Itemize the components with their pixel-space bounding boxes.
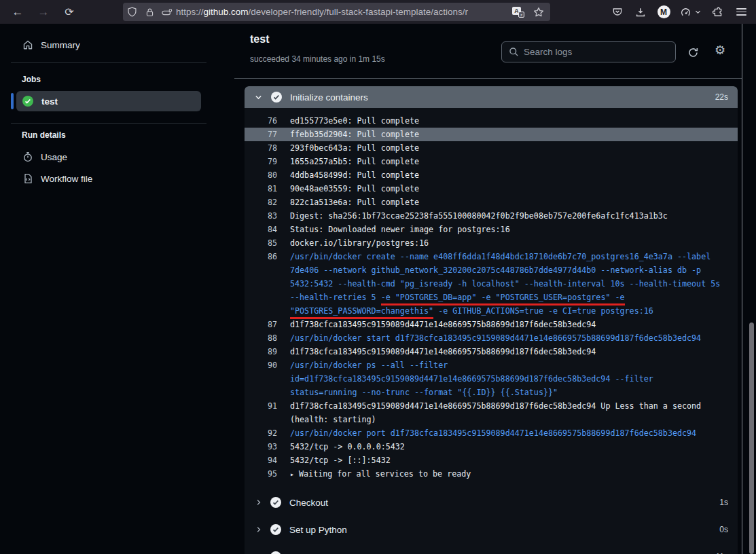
home-icon xyxy=(22,39,33,50)
log-line: 84Status: Downloaded newer image for pos… xyxy=(245,223,738,236)
log-line-text: 5432/tcp -> [::]:5432 xyxy=(290,456,391,465)
panel-scrollbar-track xyxy=(742,24,742,554)
step-label: Checkout xyxy=(289,498,328,508)
log-settings-gear-icon[interactable]: ⚙ xyxy=(713,43,727,57)
log-line-number[interactable]: 86 xyxy=(245,250,277,263)
log-panel: Initialize containers 22s 76ed155773e5e0… xyxy=(245,86,738,554)
log-line-text: d1f738cfca183495c9159089d4471e14e8669575… xyxy=(290,401,701,411)
log-line: status=running --no-trunc --format "{{.I… xyxy=(245,386,738,399)
log-line: 90/usr/bin/docker ps --all --filter xyxy=(245,358,738,372)
log-line-number[interactable]: 85 xyxy=(245,236,277,250)
check-circle-icon xyxy=(270,551,281,554)
shield-icon[interactable] xyxy=(123,3,141,21)
bookmark-star-icon[interactable] xyxy=(530,3,547,21)
url-text: https://github.com/developer-friendly/fu… xyxy=(176,7,512,17)
sidebar-workflow-file-label: Workflow file xyxy=(41,174,92,184)
sidebar-item-usage[interactable]: Usage xyxy=(22,151,67,162)
log-line-number[interactable]: 84 xyxy=(245,223,277,236)
translate-icon[interactable]: A z xyxy=(512,7,524,18)
log-line: 791655a257a5b5: Pull complete xyxy=(245,155,738,168)
log-group-toggle-icon[interactable]: ▸ xyxy=(290,470,294,478)
check-circle-icon xyxy=(271,92,282,103)
log-line-text: 5432/tcp -> 0.0.0.0:5432 xyxy=(290,442,405,451)
extensions-icon[interactable] xyxy=(708,3,727,22)
log-line-text: --health-retries 5 -e "POSTGRES_DB=app" … xyxy=(290,293,625,302)
log-line-number[interactable]: 82 xyxy=(245,196,277,209)
log-line-text: (health: starting) xyxy=(290,415,376,424)
log-line-text: Status: Downloaded newer image for postg… xyxy=(290,225,510,234)
vpn-gauge-icon[interactable] xyxy=(677,3,704,22)
log-line-number[interactable]: 90 xyxy=(245,358,277,372)
menu-icon[interactable] xyxy=(732,3,751,22)
search-icon xyxy=(509,47,519,57)
log-line: "POSTGRES_PASSWORD=changethis" -e GITHUB… xyxy=(245,304,738,318)
log-line-text: 4ddba458499d: Pull complete xyxy=(290,170,419,180)
log-line-text: 5432:5432 --health-cmd "pg_isready -h lo… xyxy=(290,279,720,289)
reload-button[interactable]: ⟳ xyxy=(60,3,79,22)
log-line: 804ddba458499d: Pull complete xyxy=(245,168,738,182)
step-row-checkout[interactable]: Checkout1s xyxy=(245,492,738,513)
log-line-number[interactable]: 77 xyxy=(245,128,277,141)
log-line: 77ffebb35d2904: Pull complete xyxy=(245,128,738,141)
log-line-number[interactable]: 81 xyxy=(245,182,277,196)
chevron-right-icon xyxy=(255,498,263,506)
step-label: Set up Python xyxy=(289,525,347,535)
log-line-number[interactable]: 79 xyxy=(245,155,277,168)
log-line: 935432/tcp -> 0.0.0.0:5432 xyxy=(245,440,738,454)
sidebar-summary-label: Summary xyxy=(41,40,80,50)
log-line-text: Digest: sha256:1bf73ccae25238fa555100080… xyxy=(290,211,668,221)
back-button[interactable]: ← xyxy=(8,3,27,22)
search-logs-box xyxy=(501,41,676,62)
log-line: id=d1f738cfca183495c9159089d4471e14e8669… xyxy=(245,372,738,386)
search-logs-input[interactable] xyxy=(524,47,653,57)
sidebar-usage-label: Usage xyxy=(41,152,67,162)
browser-toolbar: ← → ⟳ https://github.com/developer-frien… xyxy=(0,0,756,24)
check-circle-icon xyxy=(270,497,281,508)
download-icon[interactable] xyxy=(631,3,650,22)
log-line-number[interactable]: 91 xyxy=(245,399,277,413)
log-line-text: "POSTGRES_PASSWORD=changethis" -e GITHUB… xyxy=(290,306,653,316)
step-label: Initialize containers xyxy=(290,92,368,103)
sidebar: Summary Jobs test Run details Usage Work… xyxy=(0,24,234,554)
lock-icon[interactable] xyxy=(141,3,158,21)
log-line-number[interactable]: 92 xyxy=(245,426,277,440)
step-duration: 1s xyxy=(719,498,728,507)
account-badge-icon[interactable]: M xyxy=(654,3,673,22)
step-row-install-dependencies[interactable]: Install dependencies11s xyxy=(245,546,738,554)
log-line: 76ed155773e5e0: Pull complete xyxy=(245,114,738,128)
toolbar-actions: M xyxy=(608,0,751,24)
step-header-initialize-containers[interactable]: Initialize containers 22s xyxy=(245,86,738,108)
log-line: --health-retries 5 -e "POSTGRES_DB=app" … xyxy=(245,291,738,304)
step-row-set-up-python[interactable]: Set up Python0s xyxy=(245,519,738,540)
log-line: 82822c1a513e6a: Pull complete xyxy=(245,196,738,209)
log-line: 78293f0bec643a: Pull complete xyxy=(245,141,738,155)
forward-button[interactable]: → xyxy=(34,3,53,22)
sidebar-item-summary[interactable]: Summary xyxy=(22,39,80,50)
log-line: 83Digest: sha256:1bf73ccae25238fa5551000… xyxy=(245,209,738,223)
browser-scrollbar-thumb[interactable] xyxy=(749,322,754,554)
sidebar-item-workflow-file[interactable]: Workflow file xyxy=(22,173,92,184)
log-line-number[interactable]: 95 xyxy=(245,467,277,481)
step-duration: 22s xyxy=(715,92,728,102)
log-line-number[interactable]: 78 xyxy=(245,141,277,155)
log-line-number[interactable]: 93 xyxy=(245,440,277,454)
pocket-icon[interactable] xyxy=(608,3,627,22)
log-line-number[interactable]: 94 xyxy=(245,454,277,467)
log-line-number[interactable]: 76 xyxy=(245,114,277,128)
log-line-number[interactable]: 80 xyxy=(245,168,277,182)
log-line-number[interactable]: 88 xyxy=(245,331,277,345)
actions-run-page: Summary Jobs test Run details Usage Work… xyxy=(0,24,756,554)
log-line: 87d1f738cfca183495c9159089d4471e14e86695… xyxy=(245,318,738,331)
sidebar-job-test[interactable]: test xyxy=(16,91,201,111)
log-line: 89d1f738cfca183495c9159089d4471e14e86695… xyxy=(245,345,738,358)
log-line-text: 1655a257a5b5: Pull complete xyxy=(290,157,419,166)
step-label: Install dependencies xyxy=(289,552,373,554)
permissions-icon[interactable] xyxy=(158,3,176,21)
log-line-number[interactable]: 89 xyxy=(245,345,277,358)
url-bar[interactable]: https://github.com/developer-friendly/fu… xyxy=(123,3,550,21)
log-line-text: 293f0bec643a: Pull complete xyxy=(290,143,419,153)
log-line-list: 76ed155773e5e0: Pull complete77ffebb35d2… xyxy=(245,114,738,481)
log-line-number[interactable]: 87 xyxy=(245,318,277,331)
log-line-number[interactable]: 83 xyxy=(245,209,277,223)
refresh-logs-button[interactable] xyxy=(686,45,700,59)
